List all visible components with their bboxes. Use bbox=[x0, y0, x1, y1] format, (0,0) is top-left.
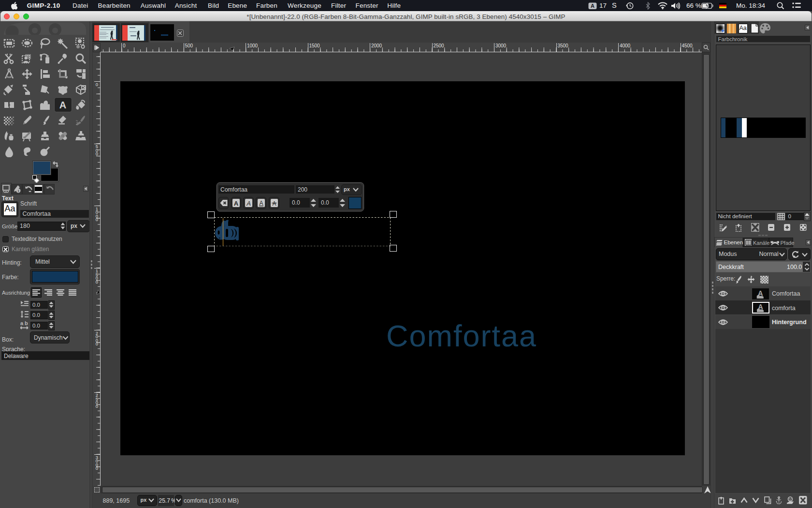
svg-text:b: b bbox=[25, 321, 28, 326]
svg-text:A: A bbox=[234, 200, 239, 207]
svg-text:A: A bbox=[59, 100, 66, 110]
svg-text:a: a bbox=[20, 321, 24, 326]
svg-text:A: A bbox=[272, 200, 276, 207]
svg-text:A: A bbox=[591, 3, 594, 9]
svg-text:A: A bbox=[259, 200, 263, 207]
svg-text:i: i bbox=[18, 189, 19, 193]
svg-text:A: A bbox=[246, 200, 251, 207]
